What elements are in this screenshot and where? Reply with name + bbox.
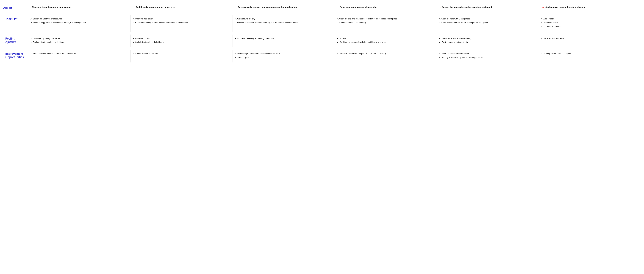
arrow-icon-6: → [542, 6, 544, 9]
cell-r2-c4: Make places visually more clearAdd layer… [436, 50, 539, 62]
col-header-5: › See on the map, where other sights are… [436, 4, 539, 12]
list-item: Add layers on the map with banks/drugsto… [442, 56, 536, 59]
list-item: Would be great to add radius selection o… [238, 52, 332, 55]
cell-r2-c1: Add all theaters in the city [130, 50, 232, 62]
arrow-icon-4: › [338, 6, 338, 9]
list-item: Confused by variety of sources [33, 37, 128, 40]
plain-item: B. Look, select and read before getting … [439, 21, 536, 24]
plain-item: A. Search for a convenient resource [30, 17, 128, 20]
col-header-4: › Read information about place/sight [334, 4, 436, 12]
list-item: Add all sights [238, 56, 332, 59]
cell-r0-c5: A. Add objectsB. Remove objectsC. Do oth… [539, 15, 641, 32]
list-item: Nothing to add here, all is good [544, 52, 639, 55]
action-header: Action [3, 4, 28, 12]
plain-item: A. Walk around the city [235, 17, 332, 20]
list-item: Excited of receiving something interesti… [238, 37, 332, 40]
cell-r2-c0: Additional information in internet about… [28, 50, 130, 62]
cell-r0-c2: A. Walk around the cityB. Receive notifi… [232, 15, 334, 32]
list-item: Glad to read a great description and his… [340, 41, 434, 44]
row-label-0: Task List [3, 15, 28, 32]
list-item: Interested in all the objects nearby [442, 37, 536, 40]
list-item: Make places visually more clear [442, 52, 536, 55]
cell-r1-c2: Excited of receiving something interesti… [232, 34, 334, 47]
row-label-2: Improvement Opportunities [3, 50, 28, 62]
plain-item: B. Add to favorites (if it's needed) [337, 21, 434, 24]
plain-item: A. Open the application [133, 17, 230, 20]
cell-r0-c3: A. Open the app and read the description… [334, 15, 436, 32]
arrow-icon-5: › [440, 6, 440, 9]
list-item: Add all theaters in the city [135, 52, 230, 55]
plain-item: B. Remove objects [541, 21, 639, 24]
plain-item: C. Do other operations [541, 25, 639, 28]
list-item: Excited about founding the right one [33, 41, 128, 44]
cell-r0-c4: A. Open the map with all the placesB. Lo… [436, 15, 539, 32]
cell-r0-c1: A. Open the applicationB. Select needed … [130, 15, 232, 32]
cell-r2-c5: Nothing to add here, all is good [539, 50, 641, 62]
cell-r2-c3: Add more actions on the place's page (li… [334, 50, 436, 62]
cell-r1-c1: Interested in appSatisfied with selected… [130, 34, 232, 47]
cell-r2-c2: Would be great to add radius selection o… [232, 50, 334, 62]
cell-r1-c4: Interested in all the objects nearbyExci… [436, 34, 539, 47]
plain-item: A. Add objects [541, 17, 639, 20]
arrow-icon-3: › [236, 6, 236, 9]
row-label-1: Feeling Ajective [3, 34, 28, 47]
list-item: Satisfied with the result [544, 37, 639, 40]
main-grid: Action Choose a touristic mobile applica… [3, 4, 641, 12]
list-item: Interested in app [135, 37, 230, 40]
rows-grid: Task ListA. Search for a convenient reso… [3, 12, 641, 63]
list-item: Satisfied with selected city/theatre [135, 41, 230, 44]
list-item: Hopeful [340, 37, 434, 40]
col-header-2: › Add the city you are going to travel t… [130, 4, 232, 12]
cell-r1-c5: Satisfied with the result [539, 34, 641, 47]
list-item: Additional information in internet about… [33, 52, 128, 55]
cell-r1-c3: HopefulGlad to read a great description … [334, 34, 436, 47]
col-header-6: → Add-remove some interesting objects [539, 4, 641, 12]
plain-item: B. Receive notification about founded si… [235, 21, 332, 24]
cell-r1-c0: Confused by variety of sourcesExcited ab… [28, 34, 130, 47]
col-header-3: › During a walk receive notifications ab… [232, 4, 334, 12]
col-header-1: Choose a touristic mobile application [28, 4, 130, 12]
plain-item: B. Select needed city (further you can a… [133, 21, 230, 24]
plain-item: A. Open the map with all the places [439, 17, 536, 20]
plain-item: B. Select the application, which offers … [30, 21, 128, 24]
list-item: Add more actions on the place's page (li… [340, 52, 434, 55]
plain-item: A. Open the app and read the description… [337, 17, 434, 20]
arrow-icon-2: › [134, 6, 134, 9]
list-item: Excited about variety of sights [442, 41, 536, 44]
cell-r0-c0: A. Search for a convenient resourceB. Se… [28, 15, 130, 32]
